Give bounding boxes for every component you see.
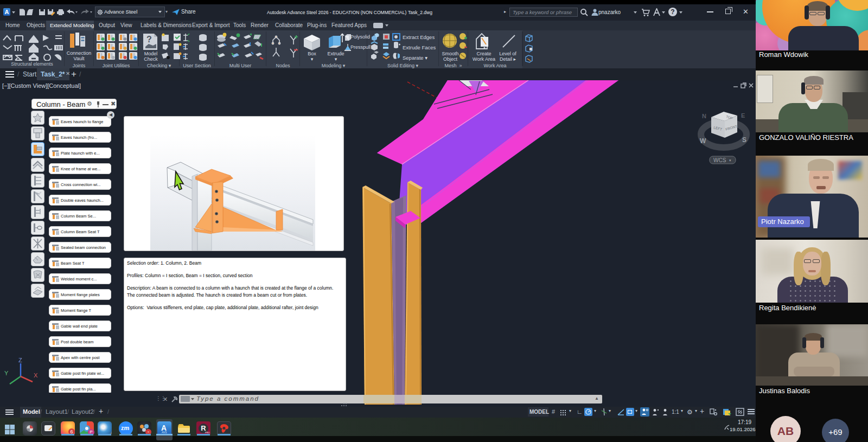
svg-text:WCS: WCS [713,157,726,163]
svg-text:?: ? [146,35,152,44]
svg-text:N: N [702,113,706,119]
svg-text:Z: Z [18,357,22,363]
svg-text:Y: Y [4,370,9,376]
svg-text:S: S [742,136,746,144]
svg-text:▾: ▾ [729,158,731,162]
svg-text:W: W [700,137,706,145]
svg-text:X: X [34,372,38,379]
svg-text:E: E [741,112,745,119]
